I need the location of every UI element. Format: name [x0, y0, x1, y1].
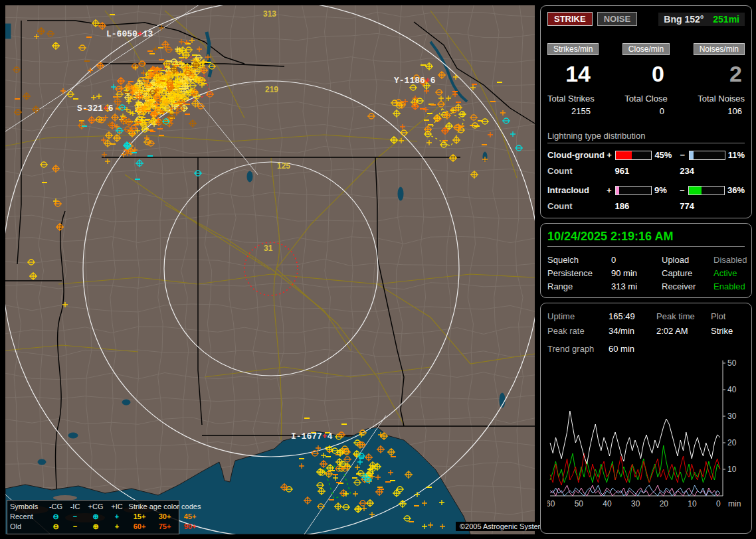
cloud-ground-row: Cloud-ground + 45% − 11%	[547, 150, 745, 160]
intracloud-count-row: Count 186 774	[547, 201, 745, 211]
close-per-min-value: 0	[613, 60, 679, 87]
svg-text:31: 31	[264, 244, 273, 253]
svg-text:40: 40	[603, 499, 612, 508]
svg-text:30: 30	[631, 499, 640, 508]
svg-text:min: min	[728, 499, 741, 508]
legend-row-recent-label: Recent	[10, 512, 46, 522]
svg-text:S-321+6: S-321+6	[77, 104, 114, 114]
svg-text:60: 60	[547, 499, 555, 508]
total-noises-label: Total Noises	[698, 94, 745, 104]
capture-status: Active	[713, 267, 747, 280]
circled-minus-icon: ⊖	[46, 522, 66, 532]
legend-age-title: Strike age color codes	[127, 502, 203, 512]
squelch-value: 0	[611, 254, 662, 267]
svg-text:20: 20	[660, 499, 669, 508]
age-badge: 45+	[177, 512, 203, 522]
receiver-label: Receiver	[662, 280, 713, 293]
strikes-per-min-value: 14	[547, 60, 613, 87]
range-value: 313 mi	[611, 280, 662, 293]
upload-label: Upload	[662, 254, 713, 267]
strikes-per-min-chip: Strikes/min	[547, 43, 599, 55]
noises-per-min-column: Noises/min 2 Total Noises 106	[679, 43, 745, 116]
cg-plus-count: 961	[615, 166, 680, 176]
uptime-label: Uptime	[547, 309, 609, 324]
upload-status: Disabled	[713, 254, 747, 267]
svg-text:40: 40	[727, 385, 737, 394]
ic-plus-count: 186	[615, 201, 680, 211]
circled-minus-icon: ⊖	[46, 512, 66, 522]
datetime-display: 10/24/2025 2:19:16 AM	[547, 230, 745, 247]
minus-icon: −	[66, 522, 84, 532]
total-strikes-value: 2155	[547, 106, 613, 116]
svg-text:L-6050+13: L-6050+13	[106, 29, 153, 39]
peak-rate-label: Peak rate	[547, 324, 609, 339]
age-badge: 75+	[152, 522, 177, 532]
trend-panel: Uptime 165:49 Peak time Plot Peak rate 3…	[540, 303, 752, 534]
app-window: { "header": { "strike_label": "STRIKE", …	[0, 0, 756, 539]
noises-per-min-value: 2	[679, 60, 745, 87]
trend-graph: 50403020106050403020100min	[547, 355, 747, 516]
strike-button[interactable]: STRIKE	[547, 12, 593, 26]
stats-panel: STRIKE NOISE Bng 152° 251mi Strikes/min …	[540, 5, 752, 218]
total-noises-value: 106	[679, 106, 745, 116]
legend-symbols-header: Symbols	[10, 502, 46, 512]
svg-text:50: 50	[727, 358, 737, 368]
minus-icon: −	[66, 512, 84, 522]
svg-text:0: 0	[716, 499, 721, 508]
svg-text:50: 50	[575, 499, 584, 508]
squelch-label: Squelch	[547, 254, 611, 267]
copyright-text: ©2005 Astrogenic Systems	[456, 522, 551, 531]
cg-minus-count: 234	[680, 166, 745, 176]
svg-text:125: 125	[277, 161, 290, 171]
age-badge: 60+	[127, 522, 152, 532]
status-panel: 10/24/2025 2:19:16 AM Squelch 0 Upload D…	[540, 223, 752, 298]
lightning-map[interactable]: 31321912531L-6050+13S-321+6Y-1186+6I-167…	[5, 5, 535, 534]
svg-text:313: 313	[263, 9, 276, 19]
trend-graph-value: 60 min	[609, 344, 634, 354]
noise-button[interactable]: NOISE	[597, 12, 637, 26]
svg-text:30: 30	[727, 412, 737, 421]
side-panel: STRIKE NOISE Bng 152° 251mi Strikes/min …	[540, 5, 752, 538]
ic-plus-bar	[615, 186, 652, 195]
svg-text:10: 10	[688, 499, 697, 508]
uptime-value: 165:49	[609, 309, 656, 324]
peak-time-label: Peak time	[656, 309, 711, 324]
close-per-min-chip: Close/min	[622, 43, 670, 55]
cloud-ground-count-row: Count 961 234	[547, 166, 745, 176]
cg-plus-bar	[615, 151, 652, 160]
svg-text:I-1677+4: I-1677+4	[291, 431, 333, 441]
plus-icon: +	[107, 512, 127, 522]
plus-icon: +	[107, 522, 127, 532]
bearing-range-readout: Bng 152° 251mi	[658, 13, 745, 26]
cg-minus-bar	[689, 151, 725, 160]
total-close-value: 0	[613, 106, 679, 116]
peak-rate-value: 34/min	[609, 324, 656, 339]
age-badge: 90+	[177, 522, 203, 532]
noises-per-min-chip: Noises/min	[694, 43, 745, 55]
range-label: Range	[547, 280, 611, 293]
persistence-value: 90 min	[611, 267, 662, 280]
distribution-title: Lightning type distribution	[547, 131, 745, 143]
peak-time-value: 2:02 AM	[656, 324, 711, 339]
map-canvas[interactable]: 31321912531L-6050+13S-321+6Y-1186+6I-167…	[5, 5, 535, 534]
ic-minus-count: 774	[680, 201, 745, 211]
bearing-value: Bng 152°	[664, 14, 704, 25]
age-badge: 30+	[152, 512, 177, 522]
ic-minus-bar	[688, 186, 725, 195]
age-badge: 15+	[127, 512, 152, 522]
total-close-label: Total Close	[624, 94, 667, 104]
circled-plus-icon: ⊕	[84, 512, 107, 522]
plot-label: Plot	[711, 309, 745, 324]
close-per-min-column: Close/min 0 Total Close 0	[613, 43, 679, 116]
capture-label: Capture	[662, 267, 713, 280]
total-strikes-label: Total Strikes	[547, 94, 595, 104]
range-value: 251mi	[713, 14, 739, 25]
circled-plus-icon: ⊕	[84, 522, 107, 532]
trend-graph-label: Trend graph	[547, 344, 609, 354]
strikes-per-min-column: Strikes/min 14 Total Strikes 2155	[547, 43, 613, 116]
legend-row-old-label: Old	[10, 522, 46, 532]
svg-text:20: 20	[727, 438, 737, 447]
svg-text:Y-1186+6: Y-1186+6	[394, 76, 436, 86]
svg-text:219: 219	[265, 85, 278, 94]
persistence-label: Persistence	[547, 267, 611, 280]
